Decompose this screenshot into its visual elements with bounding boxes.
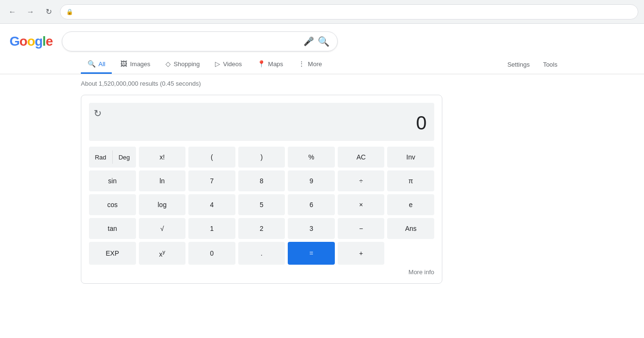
settings-link[interactable]: Settings: [502, 56, 536, 73]
close-paren-btn[interactable]: ): [238, 147, 285, 168]
nav-settings: Settings Tools: [502, 56, 563, 73]
rad-deg-toggle[interactable]: Rad Deg: [89, 147, 136, 168]
three-btn[interactable]: 3: [288, 218, 335, 239]
rad-btn[interactable]: Rad: [89, 147, 112, 168]
page-header: Google calculator 🎤 🔍: [0, 24, 644, 51]
sin-btn[interactable]: sin: [89, 170, 136, 191]
tools-link[interactable]: Tools: [537, 56, 563, 73]
more-icon: ⋮: [298, 60, 305, 68]
pi-btn[interactable]: π: [387, 170, 434, 191]
five-btn[interactable]: 5: [238, 194, 285, 215]
calc-display: ↻ 0: [89, 103, 434, 141]
calc-result: 0: [97, 109, 427, 134]
open-paren-btn[interactable]: (: [188, 147, 235, 168]
search-button[interactable]: 🔍: [318, 36, 330, 47]
calculator-widget: ↻ 0 Rad Deg x! ( ) % AC Inv sin ln: [81, 95, 442, 284]
google-logo: Google: [10, 34, 52, 49]
e-btn[interactable]: e: [387, 194, 434, 215]
back-button[interactable]: ←: [6, 5, 19, 19]
deg-btn[interactable]: Deg: [113, 147, 136, 168]
four-btn[interactable]: 4: [188, 194, 235, 215]
ln-btn[interactable]: ln: [139, 170, 186, 191]
tab-maps[interactable]: 📍 Maps: [251, 55, 290, 74]
decimal-btn[interactable]: .: [238, 242, 285, 265]
log-btn[interactable]: log: [139, 194, 186, 215]
google-page: Google calculator 🎤 🔍 🔍 All 🖼 Images ◇ S…: [0, 24, 644, 289]
calc-buttons: Rad Deg x! ( ) % AC Inv sin ln 7 8 9 ÷ π: [89, 147, 434, 265]
search-input[interactable]: calculator: [70, 37, 300, 46]
shopping-icon: ◇: [166, 60, 171, 68]
power-btn[interactable]: xy: [139, 242, 186, 265]
seven-btn[interactable]: 7: [188, 170, 235, 191]
sqrt-btn[interactable]: √: [139, 218, 186, 239]
ans-btn[interactable]: Ans: [387, 218, 434, 239]
exp-btn[interactable]: EXP: [89, 242, 136, 265]
forward-button[interactable]: →: [24, 5, 37, 19]
tab-videos-label: Videos: [223, 60, 242, 68]
tab-all[interactable]: 🔍 All: [81, 55, 112, 74]
equals-btn[interactable]: =: [288, 242, 335, 265]
results-area: About 1,520,000,000 results (0.45 second…: [0, 74, 644, 289]
search-box: calculator 🎤 🔍: [62, 31, 338, 51]
url-input[interactable]: google.com/search?q=calculator&rlz=1C1JZ…: [76, 8, 632, 15]
one-btn[interactable]: 1: [188, 218, 235, 239]
six-btn[interactable]: 6: [288, 194, 335, 215]
zero-btn[interactable]: 0: [188, 242, 235, 265]
two-btn[interactable]: 2: [238, 218, 285, 239]
eight-btn[interactable]: 8: [238, 170, 285, 191]
multiply-btn[interactable]: ×: [338, 194, 385, 215]
images-icon: 🖼: [120, 60, 127, 68]
tab-more[interactable]: ⋮ More: [292, 55, 329, 74]
divide-btn[interactable]: ÷: [338, 170, 385, 191]
tab-maps-label: Maps: [268, 60, 283, 68]
lock-icon: 🔒: [66, 9, 73, 15]
refresh-button[interactable]: ↻: [42, 5, 55, 19]
nine-btn[interactable]: 9: [288, 170, 335, 191]
all-icon: 🔍: [88, 60, 96, 68]
tab-shopping-label: Shopping: [174, 60, 200, 68]
tab-shopping[interactable]: ◇ Shopping: [159, 55, 206, 74]
calc-history-button[interactable]: ↻: [94, 108, 102, 119]
nav-tabs: 🔍 All 🖼 Images ◇ Shopping ▷ Videos 📍 Map…: [0, 51, 644, 74]
tan-btn[interactable]: tan: [89, 218, 136, 239]
videos-icon: ▷: [215, 60, 220, 68]
factorial-btn[interactable]: x!: [139, 147, 186, 168]
address-bar[interactable]: 🔒 google.com/search?q=calculator&rlz=1C1…: [60, 4, 638, 20]
browser-bar: ← → ↻ 🔒 google.com/search?q=calculator&r…: [0, 0, 644, 24]
tab-images-label: Images: [130, 60, 150, 68]
percent-btn[interactable]: %: [288, 147, 335, 168]
tab-images[interactable]: 🖼 Images: [114, 55, 157, 74]
cos-btn[interactable]: cos: [89, 194, 136, 215]
tab-videos[interactable]: ▷ Videos: [208, 55, 249, 74]
tab-more-label: More: [308, 60, 322, 68]
ac-btn[interactable]: AC: [338, 147, 385, 168]
subtract-btn[interactable]: −: [338, 218, 385, 239]
add-btn[interactable]: +: [338, 242, 385, 265]
results-count: About 1,520,000,000 results (0.45 second…: [81, 80, 563, 87]
tab-all-label: All: [98, 60, 105, 68]
more-info[interactable]: More info: [89, 268, 434, 276]
inv-btn[interactable]: Inv: [387, 147, 434, 168]
maps-icon: 📍: [257, 60, 265, 68]
mic-button[interactable]: 🎤: [303, 36, 314, 47]
